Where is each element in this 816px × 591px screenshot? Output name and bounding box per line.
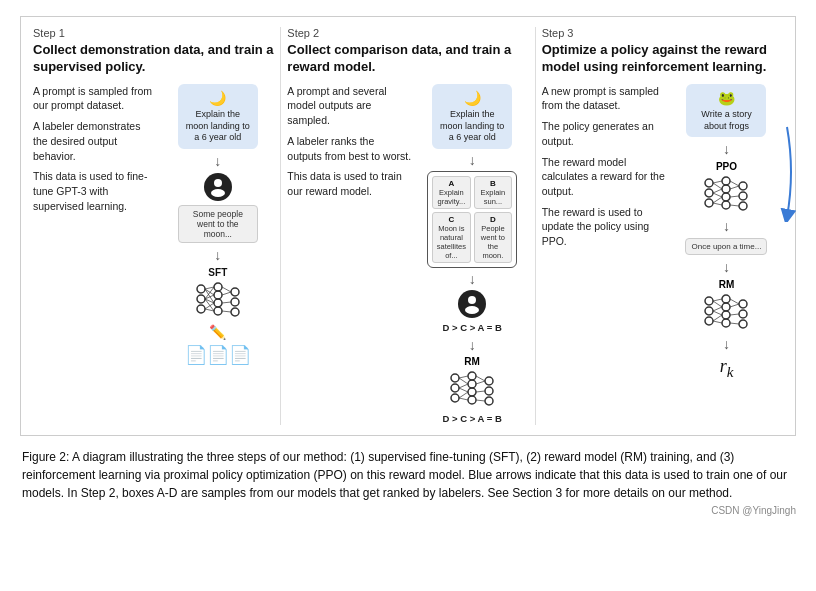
person-icon-2 xyxy=(458,290,486,318)
svg-point-35 xyxy=(485,387,493,395)
step-2-label: Step 2 xyxy=(287,27,319,39)
step-3-prompt-text: Write a story about frogs xyxy=(692,109,760,132)
svg-line-78 xyxy=(713,301,722,307)
svg-line-19 xyxy=(205,303,214,309)
moon-icon-2: 🌙 xyxy=(438,89,506,107)
frog-icon: 🐸 xyxy=(692,89,760,107)
svg-point-26 xyxy=(465,306,479,314)
svg-point-5 xyxy=(214,283,222,291)
arrow-8: ↓ xyxy=(723,260,730,274)
svg-line-45 xyxy=(476,391,485,392)
step-2-prompt-box: 🌙 Explain the moon landing to a 6 year o… xyxy=(432,84,512,149)
svg-point-73 xyxy=(722,319,730,327)
svg-line-41 xyxy=(459,392,468,398)
option-a: A Explain gravity... xyxy=(432,176,471,209)
svg-point-68 xyxy=(705,307,713,315)
arrow-4: ↓ xyxy=(469,272,476,286)
step-1-text-1: A prompt is sampled from our prompt data… xyxy=(33,84,157,113)
svg-point-71 xyxy=(722,303,730,311)
svg-line-42 xyxy=(459,398,468,400)
step-1-text-2: A labeler demonstrates the desired outpu… xyxy=(33,119,157,163)
svg-point-70 xyxy=(722,295,730,303)
svg-line-77 xyxy=(713,299,722,301)
step-2-text-3: This data is used to train our reward mo… xyxy=(287,169,411,198)
step-3-visual: 🐸 Write a story about frogs ↓ PPO xyxy=(670,84,783,381)
rm-label-3: RM xyxy=(719,279,735,290)
svg-line-22 xyxy=(222,292,231,295)
step-1-text-3: This data is used to fine-tune GPT-3 wit… xyxy=(33,169,157,213)
rm-network-diagram xyxy=(447,368,497,408)
ppo-network-diagram xyxy=(701,173,751,213)
svg-line-58 xyxy=(713,183,722,189)
arrow-7: ↓ xyxy=(723,219,730,233)
ranking-label: D > C > A = B xyxy=(443,322,502,333)
step-3-prompt-box: 🐸 Write a story about frogs xyxy=(686,84,766,138)
arrow-6: ↓ xyxy=(723,142,730,156)
svg-point-36 xyxy=(485,397,493,405)
step-2-visual: 🌙 Explain the moon landing to a 6 year o… xyxy=(416,84,529,425)
svg-point-29 xyxy=(451,394,459,402)
rm-network-diagram-2 xyxy=(701,291,751,331)
svg-point-2 xyxy=(197,285,205,293)
sft-label: SFT xyxy=(208,267,227,278)
docs-icon: 📄📄📄 xyxy=(185,344,251,366)
svg-line-66 xyxy=(730,205,739,206)
svg-point-11 xyxy=(231,308,239,316)
step-2-column: Step 2 Collect comparison data, and trai… xyxy=(281,27,535,425)
option-b: B Explain sun... xyxy=(474,176,513,209)
rm-ranking: D > C > A = B xyxy=(443,413,502,424)
svg-line-83 xyxy=(730,299,739,304)
step-1-title: Collect demonstration data, and train a … xyxy=(33,42,274,76)
step-1-output-text: Some people went to the moon... xyxy=(178,205,258,243)
sft-box: SFT xyxy=(193,267,243,320)
svg-line-86 xyxy=(730,323,739,324)
svg-line-64 xyxy=(730,186,739,189)
edit-icon: ✏️ xyxy=(209,324,226,340)
svg-point-32 xyxy=(468,388,476,396)
svg-point-31 xyxy=(468,380,476,388)
svg-line-59 xyxy=(713,189,722,193)
arrow-9: ↓ xyxy=(723,337,730,351)
svg-point-10 xyxy=(231,298,239,306)
rm-box-3: RM xyxy=(701,279,751,332)
svg-point-69 xyxy=(705,317,713,325)
step-3-text: A new prompt is sampled from the dataset… xyxy=(542,84,666,381)
labeler-person xyxy=(204,173,232,201)
svg-point-67 xyxy=(705,297,713,305)
svg-point-1 xyxy=(211,189,225,197)
svg-point-52 xyxy=(722,193,730,201)
svg-line-79 xyxy=(713,307,722,311)
step-1-visual: 🌙 Explain the moon landing to a 6 year o… xyxy=(161,84,274,366)
sft-network-diagram xyxy=(193,279,243,319)
svg-line-57 xyxy=(713,181,722,183)
svg-point-6 xyxy=(214,291,222,299)
svg-point-47 xyxy=(705,179,713,187)
rm-box-2: RM xyxy=(447,356,497,409)
svg-point-48 xyxy=(705,189,713,197)
svg-line-39 xyxy=(459,384,468,388)
labeler-person-2 xyxy=(458,290,486,318)
svg-point-56 xyxy=(739,202,747,210)
svg-point-7 xyxy=(214,299,222,307)
svg-point-34 xyxy=(485,377,493,385)
svg-point-27 xyxy=(451,374,459,382)
svg-line-13 xyxy=(205,289,214,295)
svg-line-85 xyxy=(730,314,739,315)
step-3-output-text: Once upon a time... xyxy=(685,238,767,255)
svg-line-81 xyxy=(713,315,722,321)
svg-point-30 xyxy=(468,372,476,380)
svg-line-37 xyxy=(459,376,468,378)
arrow-5: ↓ xyxy=(469,338,476,352)
svg-point-3 xyxy=(197,295,205,303)
svg-point-54 xyxy=(739,182,747,190)
step-2-prompt-text: Explain the moon landing to a 6 year old xyxy=(438,109,506,144)
arrow-3: ↓ xyxy=(469,153,476,167)
svg-point-76 xyxy=(739,320,747,328)
step-1-column: Step 1 Collect demonstration data, and t… xyxy=(27,27,281,425)
option-c: C Moon is natural satellites of... xyxy=(432,212,471,263)
option-d: D People went to the moon. xyxy=(474,212,513,263)
svg-line-38 xyxy=(459,378,468,384)
step-1-label: Step 1 xyxy=(33,27,65,39)
svg-line-21 xyxy=(222,287,231,292)
svg-point-9 xyxy=(231,288,239,296)
